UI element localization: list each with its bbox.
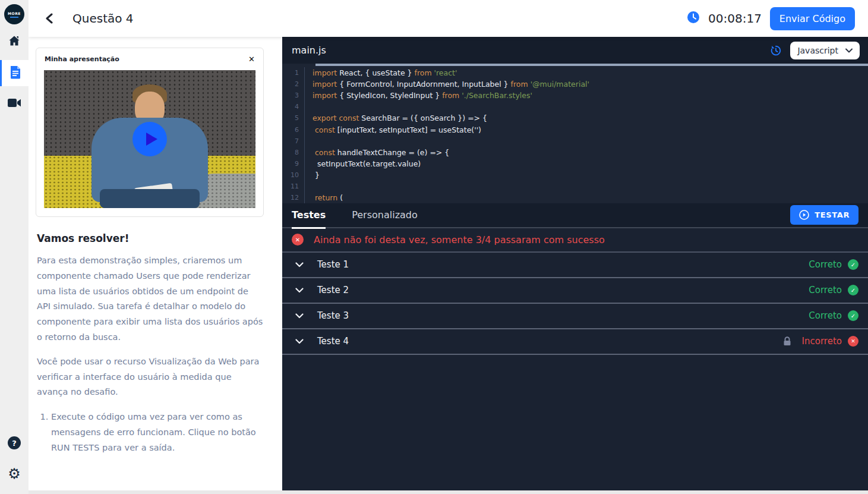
lesson-paragraph-1: Para esta demonstração simples, criaremo…	[37, 253, 264, 345]
play-icon	[146, 133, 157, 146]
test-status-label: Correto	[809, 259, 842, 270]
editor-panel: main.js Javascript 1import React, { useS…	[282, 37, 868, 490]
code-line: 8 const handleTextChange = (e) => {	[282, 147, 868, 158]
code-line: 2import { FormControl, InputAdornment, I…	[282, 78, 868, 90]
page-title: Questão 4	[72, 11, 134, 26]
test-row[interactable]: Teste 1 Correto ✓ ✕	[282, 253, 868, 278]
check-circle-icon: ✓	[848, 310, 858, 321]
lesson-step-1: Execute o código uma vez para ver como a…	[51, 410, 264, 455]
history-button[interactable]	[768, 43, 783, 58]
lesson-panel: Minha apresentação ✕ Vamos resolver! Par…	[29, 37, 282, 490]
test-row[interactable]: Teste 4 Incorreto ✓ ✕	[282, 329, 868, 355]
error-circle-icon: ✕	[292, 234, 304, 246]
test-result-message: ✕ Ainda não foi desta vez, somente 3/4 p…	[282, 228, 868, 253]
chevron-left-icon	[45, 13, 54, 24]
chevron-down-icon[interactable]	[295, 288, 304, 293]
lock-icon	[783, 336, 791, 346]
code-line: 11	[282, 181, 868, 192]
test-status-label: Correto	[809, 310, 842, 321]
video-camera-icon	[7, 97, 21, 111]
language-value: Javascript	[797, 46, 838, 55]
app: MORE ? ⚙ Questão 4	[0, 0, 868, 494]
top-bar: Questão 4 00:08:17 Enviar Código	[29, 0, 868, 37]
code-line: 6 const [inputText, setInputText] = useS…	[282, 124, 868, 135]
filename: main.js	[292, 45, 326, 56]
video-thumbnail[interactable]	[44, 70, 255, 208]
test-row-label: Teste 4	[317, 336, 349, 347]
code-editor[interactable]: 1import React, { useState } from 'react'…	[282, 66, 868, 203]
code-lines: 1import React, { useState } from 'react'…	[282, 67, 868, 203]
gear-icon: ⚙	[8, 467, 21, 481]
test-status-label: Incorreto	[802, 336, 842, 347]
code-line: 5export const SearchBar = ({ onSearch })…	[282, 112, 868, 124]
language-dropdown[interactable]: Javascript	[790, 42, 860, 59]
code-line: 3import { StyledIcon, StyledInput } from…	[282, 90, 868, 101]
icon-rail: MORE ? ⚙	[0, 0, 29, 494]
check-circle-icon: ✓	[848, 285, 858, 295]
sidebar-item-home[interactable]	[0, 29, 29, 55]
close-icon[interactable]: ✕	[248, 55, 255, 64]
presentation-title: Minha apresentação	[45, 55, 119, 63]
test-row[interactable]: Teste 3 Correto ✓ ✕	[282, 304, 868, 329]
code-line: 10 }	[282, 169, 868, 181]
tab-personalizado[interactable]: Personalizado	[352, 203, 418, 228]
tab-testes[interactable]: Testes	[292, 203, 326, 228]
check-circle-icon: ✓	[848, 259, 858, 270]
app-logo[interactable]: MORE	[4, 4, 24, 24]
sidebar-item-help[interactable]: ?	[0, 430, 29, 456]
test-row-label: Teste 3	[317, 310, 349, 321]
clock-icon	[687, 11, 700, 26]
code-line: 4	[282, 101, 868, 112]
sidebar-item-content[interactable]	[0, 60, 29, 86]
help-icon: ?	[8, 436, 21, 449]
test-row[interactable]: Teste 2 Correto ✓ ✕	[282, 278, 868, 304]
sidebar-item-settings[interactable]: ⚙	[0, 461, 29, 487]
chevron-down-icon[interactable]	[295, 262, 304, 268]
play-circle-icon	[799, 210, 809, 220]
run-tests-button[interactable]: TESTAR	[790, 205, 858, 225]
submit-code-button[interactable]: Enviar Código	[770, 7, 855, 30]
presentation-card: Minha apresentação ✕	[36, 48, 264, 217]
lesson-heading: Vamos resolver!	[37, 232, 264, 244]
test-status-label: Correto	[809, 285, 842, 295]
chevron-down-icon[interactable]	[295, 313, 304, 319]
code-line: 12 return (	[282, 192, 868, 203]
timer: 00:08:17	[708, 11, 762, 26]
history-icon	[769, 44, 782, 57]
test-rows: Teste 1 Correto ✓ ✕ Teste 2 Correto ✓ ✕ …	[282, 253, 868, 355]
chevron-down-icon	[845, 48, 853, 53]
code-line: 9 setInputText(e.target.value)	[282, 158, 868, 169]
x-circle-icon: ✕	[848, 336, 858, 347]
logo-text: MORE	[8, 11, 21, 15]
test-row-label: Teste 2	[317, 285, 349, 295]
lesson-steps: Execute o código uma vez para ver como a…	[37, 410, 264, 455]
run-tests-label: TESTAR	[815, 210, 850, 219]
back-button[interactable]	[42, 11, 57, 26]
test-row-label: Teste 1	[317, 259, 349, 270]
play-button[interactable]	[132, 122, 167, 156]
document-icon	[9, 65, 22, 81]
code-line: 7	[282, 136, 868, 147]
lesson-paragraph-2: Você pode usar o recurso Visualização da…	[37, 354, 264, 400]
sidebar-item-video[interactable]	[0, 91, 29, 117]
chevron-down-icon[interactable]	[295, 339, 304, 344]
home-icon	[7, 34, 21, 51]
code-line: 1import React, { useState } from 'react'	[282, 67, 868, 78]
